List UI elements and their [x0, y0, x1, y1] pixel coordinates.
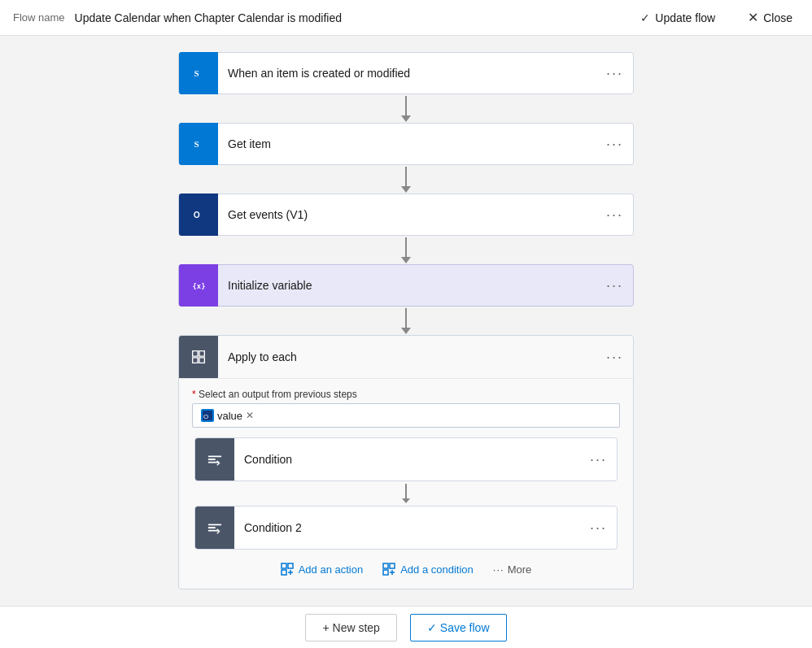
value-chip: O value ✕ — [201, 409, 254, 422]
close-button[interactable]: ✕ Close — [741, 7, 799, 28]
svg-text:S: S — [194, 68, 199, 78]
svg-text:O: O — [194, 211, 200, 220]
add-condition-button[interactable]: Add a condition — [382, 563, 474, 576]
step-initialize-variable[interactable]: {x} Initialize variable ··· — [178, 264, 634, 307]
flow-canvas: S When an item is created or modified ··… — [0, 36, 812, 606]
condition-icon-2 — [195, 507, 234, 549]
step-label-4: Initialize variable — [218, 279, 596, 292]
check-icon: ✓ — [640, 11, 650, 24]
apply-icon — [179, 336, 218, 378]
add-condition-icon — [382, 563, 395, 576]
inner-steps: Condition ··· Condition 2 — [192, 437, 620, 550]
more-button[interactable]: ··· More — [493, 563, 531, 576]
chip-close-button[interactable]: ✕ — [246, 410, 254, 421]
add-action-button[interactable]: Add an action — [281, 563, 364, 576]
arrow-3 — [401, 236, 411, 264]
svg-rect-16 — [383, 570, 388, 575]
outlook-icon: O — [179, 194, 218, 236]
step-get-item[interactable]: S Get item ··· — [178, 123, 634, 165]
value-chip-text: value — [217, 410, 242, 422]
sharepoint-icon-2: S — [179, 123, 218, 165]
svg-rect-12 — [288, 563, 293, 568]
step-label-1: When an item is created or modified — [218, 67, 596, 80]
new-step-button[interactable]: + New step — [305, 614, 396, 641]
header-actions: ✓ Update flow ✕ Close — [634, 7, 799, 28]
value-chip-input[interactable]: O value ✕ — [192, 403, 620, 428]
update-flow-button[interactable]: ✓ Update flow — [634, 8, 722, 28]
condition-1-menu[interactable]: ··· — [580, 451, 617, 468]
arrow-1 — [401, 94, 411, 123]
step-get-events[interactable]: O Get events (V1) ··· — [178, 194, 634, 236]
apply-header[interactable]: Apply to each ··· — [179, 336, 633, 379]
step-menu-1[interactable]: ··· — [596, 65, 633, 82]
step-menu-4[interactable]: ··· — [596, 277, 633, 294]
condition-2-menu[interactable]: ··· — [580, 520, 617, 537]
header: Flow name Update Calendar when Chapter C… — [0, 0, 812, 36]
close-label: Close — [763, 11, 792, 24]
svg-text:{x}: {x} — [192, 282, 205, 290]
inner-actions: Add an action Add a condition ··· More — [192, 563, 620, 576]
add-action-label: Add an action — [299, 563, 364, 576]
variable-icon: {x} — [179, 264, 218, 307]
step-when-item-created[interactable]: S When an item is created or modified ··… — [178, 52, 634, 94]
svg-text:S: S — [194, 139, 199, 149]
svg-rect-15 — [390, 563, 395, 568]
arrow-2 — [401, 165, 411, 194]
apply-menu[interactable]: ··· — [596, 349, 633, 366]
chip-icon: O — [201, 409, 214, 422]
add-condition-label: Add a condition — [400, 563, 474, 576]
flow-name-label: Flow name — [13, 11, 65, 24]
step-menu-3[interactable]: ··· — [596, 207, 633, 224]
flow-title: Update Calendar when Chapter Calendar is… — [75, 11, 635, 24]
apply-to-each-container: Apply to each ··· * Select an output fro… — [178, 335, 634, 589]
condition-2-step[interactable]: Condition 2 ··· — [194, 506, 618, 550]
update-flow-label: Update flow — [655, 11, 715, 24]
apply-content: * Select an output from previous steps O… — [179, 389, 633, 576]
svg-rect-11 — [282, 563, 286, 568]
close-icon: ✕ — [748, 10, 758, 25]
svg-rect-14 — [383, 563, 388, 568]
step-menu-2[interactable]: ··· — [596, 136, 633, 153]
apply-label: Apply to each — [218, 350, 596, 363]
condition-1-label: Condition — [234, 453, 580, 466]
condition-icon-1 — [195, 438, 234, 481]
condition-1-step[interactable]: Condition ··· — [194, 437, 618, 481]
more-label: More — [508, 563, 532, 576]
inner-arrow — [402, 481, 410, 506]
save-flow-button[interactable]: ✓ Save flow — [410, 614, 507, 641]
arrow-4 — [401, 307, 411, 335]
step-label-2: Get item — [218, 137, 596, 150]
add-action-icon — [281, 563, 294, 576]
more-dots-icon: ··· — [493, 563, 504, 576]
svg-text:O: O — [203, 413, 208, 420]
sharepoint-icon-1: S — [179, 52, 218, 94]
condition-2-label: Condition 2 — [234, 521, 580, 534]
svg-rect-13 — [282, 570, 286, 575]
footer: + New step ✓ Save flow — [0, 606, 812, 648]
output-select-label: * Select an output from previous steps — [192, 389, 620, 400]
step-label-3: Get events (V1) — [218, 208, 596, 221]
